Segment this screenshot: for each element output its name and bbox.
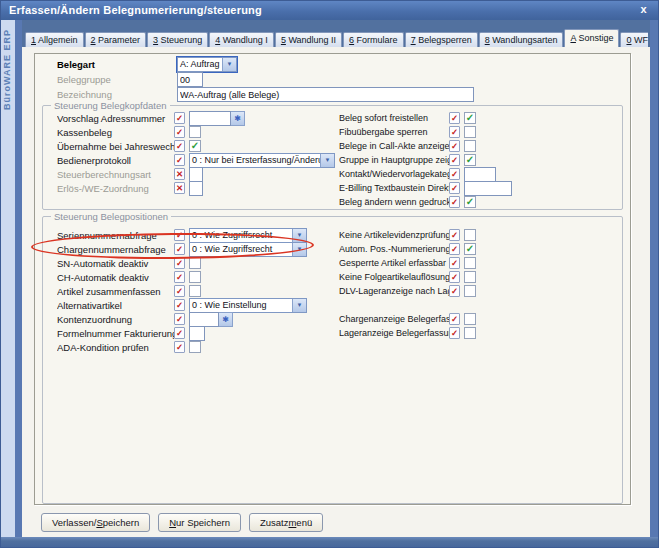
chevron-down-icon[interactable]: ▼ xyxy=(320,154,334,167)
flag-check-icon[interactable]: ✓ xyxy=(174,229,185,241)
field-row: Gesperrte Artikel erfassbar✓ xyxy=(339,256,635,270)
tab-6-formulare[interactable]: 6 Formulare xyxy=(343,32,404,47)
checkbox[interactable] xyxy=(189,126,201,138)
chevron-down-icon[interactable]: ▼ xyxy=(222,58,236,71)
flag-check-icon[interactable]: ✓ xyxy=(174,112,185,124)
text-input[interactable] xyxy=(177,87,474,102)
dropdown[interactable]: 0 : Wie Zugriffsrecht▼ xyxy=(189,228,307,243)
flag-check-icon[interactable]: ✓ xyxy=(174,140,185,152)
button-verlassen-speichern[interactable]: Verlassen/Speichern xyxy=(41,513,150,532)
field-label: Formelnummer Fakturierung xyxy=(57,328,174,339)
field-label: Kontenzuordnung xyxy=(57,314,174,325)
flag-check-icon[interactable]: ✓ xyxy=(449,243,460,255)
lookup-icon[interactable]: ✱ xyxy=(219,312,233,327)
field-row: Keine Artikelevidenzprüfung✓ xyxy=(339,228,635,242)
chevron-down-icon[interactable]: ▼ xyxy=(292,229,306,242)
lookup-input[interactable] xyxy=(189,312,219,327)
field-row: Autom. Pos.-Nummerierung✓✓ xyxy=(339,242,635,256)
lookup-input[interactable] xyxy=(189,111,231,126)
checkbox[interactable] xyxy=(464,327,476,339)
checkbox[interactable] xyxy=(464,229,476,241)
tab-a-sonstige[interactable]: A Sonstige xyxy=(564,29,619,47)
text-input[interactable] xyxy=(189,181,203,196)
dropdown-value: 0 : Wie Einstellung xyxy=(190,299,292,312)
tab-3-steuerung[interactable]: 3 Steuerung xyxy=(147,32,208,47)
flag-check-icon[interactable]: ✓ xyxy=(174,243,185,255)
flag-check-icon[interactable]: ✓ xyxy=(174,313,185,325)
tab-7-belegsperren[interactable]: 7 Belegsperren xyxy=(405,32,478,47)
flag-check-icon[interactable]: ✓ xyxy=(174,341,185,353)
checkbox[interactable]: ✓ xyxy=(464,112,476,124)
checkbox[interactable] xyxy=(464,285,476,297)
field-label: Bedienerprotokoll xyxy=(57,155,174,166)
dropdown[interactable]: A: Auftrag▼ xyxy=(177,57,237,72)
tab-1-allgemein[interactable]: 1 Allgemein xyxy=(25,32,84,47)
chevron-down-icon[interactable]: ▼ xyxy=(292,299,306,312)
flag-check-icon[interactable]: ✓ xyxy=(449,285,460,297)
flag-check-icon[interactable]: ✓ xyxy=(449,271,460,283)
chevron-down-icon[interactable]: ▼ xyxy=(292,243,306,256)
dropdown[interactable]: 0 : Nur bei Ersterfassung/Änderung▼ xyxy=(189,153,335,168)
flag-x-icon[interactable]: ✕ xyxy=(174,168,185,180)
checkbox[interactable] xyxy=(464,313,476,325)
flag-check-icon[interactable]: ✓ xyxy=(174,271,185,283)
field-row: Vorschlag Adressnummer✓✱ xyxy=(57,111,345,125)
flag-check-icon[interactable]: ✓ xyxy=(449,168,460,180)
flag-check-icon[interactable]: ✓ xyxy=(449,140,460,152)
text-input[interactable] xyxy=(464,167,496,182)
field-label: CH-Automatik deaktiv xyxy=(57,272,174,283)
flag-check-icon[interactable]: ✓ xyxy=(449,112,460,124)
checkbox[interactable]: ✓ xyxy=(189,140,201,152)
tab-2-parameter[interactable]: 2 Parameter xyxy=(85,32,147,47)
checkbox[interactable] xyxy=(189,271,201,283)
flag-check-icon[interactable]: ✓ xyxy=(174,299,185,311)
field-label: Beleg ändern wenn gedruckt xyxy=(339,197,449,207)
groupbox-belegkopfdaten: Steuerung Belegkopfdaten Vorschlag Adres… xyxy=(42,105,623,210)
text-input[interactable] xyxy=(189,326,205,341)
tab-8-wandlungsarten[interactable]: 8 Wandlungsarten xyxy=(479,32,564,47)
flag-check-icon[interactable]: ✓ xyxy=(174,285,185,297)
checkbox[interactable] xyxy=(189,285,201,297)
text-input[interactable] xyxy=(177,72,203,87)
checkbox[interactable] xyxy=(464,140,476,152)
flag-check-icon[interactable]: ✓ xyxy=(174,154,185,166)
field-label: Alternativartikel xyxy=(57,300,174,311)
flag-check-icon[interactable]: ✓ xyxy=(449,196,460,208)
button-nur-speichern[interactable]: Nur Speichern xyxy=(158,513,241,532)
text-input[interactable] xyxy=(464,181,512,196)
dropdown[interactable]: 0 : Wie Zugriffsrecht▼ xyxy=(189,242,307,257)
checkbox[interactable] xyxy=(189,257,201,269)
flag-check-icon[interactable]: ✓ xyxy=(174,327,185,339)
dropdown[interactable]: 0 : Wie Einstellung▼ xyxy=(189,298,307,313)
button-zusatzmen[interactable]: Zusatzmenü xyxy=(249,513,323,532)
field-row: Lageranzeige Belegerfassung✓ xyxy=(339,326,635,340)
flag-check-icon[interactable]: ✓ xyxy=(174,257,185,269)
checkbox[interactable]: ✓ xyxy=(464,154,476,166)
groupbox-belegpositionen: Steuerung Belegpositionen Seriennummerna… xyxy=(42,216,623,504)
dropdown-value: A: Auftrag xyxy=(178,58,222,71)
checkbox[interactable] xyxy=(464,271,476,283)
field-row: Fibuübergabe sperren✓ xyxy=(339,125,635,139)
flag-check-icon[interactable]: ✓ xyxy=(449,327,460,339)
tab-4-wandlung-i[interactable]: 4 Wandlung I xyxy=(209,32,274,47)
flag-check-icon[interactable]: ✓ xyxy=(449,126,460,138)
tab-5-wandlung-ii[interactable]: 5 Wandlung II xyxy=(275,32,342,47)
checkbox[interactable] xyxy=(464,257,476,269)
flag-check-icon[interactable]: ✓ xyxy=(449,257,460,269)
text-input[interactable] xyxy=(189,167,203,182)
window-left-border xyxy=(15,20,22,537)
close-icon[interactable]: x xyxy=(637,3,650,15)
flag-x-icon[interactable]: ✕ xyxy=(174,182,185,194)
flag-check-icon[interactable]: ✓ xyxy=(449,313,460,325)
flag-check-icon[interactable]: ✓ xyxy=(449,229,460,241)
checkbox[interactable]: ✓ xyxy=(464,196,476,208)
checkbox[interactable] xyxy=(464,126,476,138)
flag-check-icon[interactable]: ✓ xyxy=(174,126,185,138)
lookup-icon[interactable]: ✱ xyxy=(231,111,245,126)
flag-check-icon[interactable]: ✓ xyxy=(449,182,460,194)
flag-check-icon[interactable]: ✓ xyxy=(449,154,460,166)
tab-0-wfl-tb[interactable]: 0 WFL/TB xyxy=(620,32,648,47)
field-row: Seriennummernabfrage✓0 : Wie Zugriffsrec… xyxy=(57,228,345,242)
checkbox[interactable] xyxy=(189,341,201,353)
checkbox[interactable]: ✓ xyxy=(464,243,476,255)
